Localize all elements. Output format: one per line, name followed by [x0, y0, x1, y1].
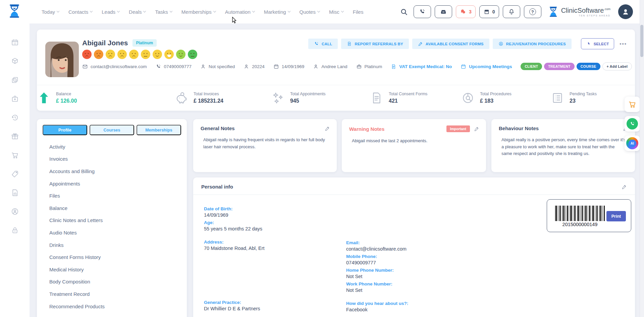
nav-menu-item[interactable]: Leads	[102, 9, 119, 15]
client-label-pill[interactable]: TREATMENT	[544, 63, 575, 70]
contact-item-icon	[356, 64, 362, 69]
nav-menu-item[interactable]: Memberships	[181, 9, 216, 15]
more-actions-button[interactable]: •••	[618, 41, 629, 47]
bell-icon	[508, 8, 515, 15]
mood-emoji-icon[interactable]	[82, 50, 92, 59]
mood-emoji-icon[interactable]	[129, 50, 139, 59]
sidebar-icon-gift-vouchers[interactable]	[11, 132, 19, 141]
sidebar-icon-shop[interactable]	[11, 151, 19, 159]
sidebar-icon-calendar[interactable]	[11, 38, 19, 47]
panel-tab[interactable]: Profile	[43, 125, 87, 135]
store-button[interactable]: 0	[479, 5, 499, 18]
nav-menu-item[interactable]: Automation	[225, 9, 255, 15]
profile-menu-item[interactable]: Audio Notes	[37, 226, 187, 239]
profile-menu-item[interactable]: Body Composition	[37, 276, 187, 288]
floating-call-button[interactable]	[625, 116, 640, 131]
mood-emoji-icon[interactable]	[153, 50, 162, 59]
sidebar-icon-orders[interactable]	[11, 95, 19, 103]
profile-menu-item[interactable]: Medical History	[37, 263, 187, 276]
chat-button[interactable]: 3	[456, 5, 476, 18]
personal-divider	[193, 195, 635, 195]
sidebar-icon-reports[interactable]	[11, 189, 19, 197]
print-barcode-button[interactable]: Print	[606, 211, 626, 221]
sidebar-icon-discounts[interactable]	[11, 170, 19, 178]
stat-value: £ 183	[480, 98, 512, 104]
dialer-button[interactable]	[414, 5, 431, 18]
search-icon[interactable]	[400, 8, 408, 16]
mood-emoji-icon[interactable]	[141, 50, 150, 59]
nav-menu-item[interactable]: Quotes	[300, 9, 320, 15]
add-label-button[interactable]: + Add Label	[602, 62, 632, 70]
contact-summary-item[interactable]: 20224	[244, 64, 265, 69]
profile-menu-item[interactable]: Drinks	[37, 239, 187, 251]
profile-menu-item[interactable]: Balance	[37, 202, 187, 214]
contact-summary-item[interactable]: VAT Exempt Medical: No	[391, 64, 452, 69]
notifications-button[interactable]	[503, 5, 520, 18]
sidebar-icon-products[interactable]	[11, 57, 19, 65]
contact-summary-item[interactable]: Upcoming Meetings	[461, 64, 512, 69]
nav-menu-item[interactable]: Marketing	[264, 9, 290, 15]
call-button[interactable]: CALL	[308, 39, 338, 49]
contact-summary-item[interactable]: 07490009777	[156, 64, 192, 69]
personal-field-label: Age:	[204, 219, 345, 226]
contact-summary-row: contact@clinicsoftware.com 07490009777 N…	[82, 62, 632, 70]
clinicsoftware-brand[interactable]: ClinicSoftware.com TEN STEPS AHEAD	[548, 6, 610, 18]
rejuvenation-procedures-button[interactable]: REJUVENATION PROCEDURES	[493, 39, 572, 49]
mood-emoji-icon[interactable]	[164, 50, 174, 59]
client-label-pill[interactable]: CLIENT	[521, 63, 542, 70]
page-scrollbar[interactable]	[640, 0, 644, 317]
contact-summary-item[interactable]: Platinum	[356, 64, 382, 69]
mood-emoji-icon[interactable]	[117, 50, 127, 59]
profile-menu-item[interactable]: Recommended Products	[37, 300, 187, 313]
available-consent-forms-button[interactable]: AVAILABLE CONSENT FORMS	[412, 39, 489, 49]
profile-menu-item[interactable]: Clinic Notes and Letters	[37, 214, 187, 227]
inbox-button[interactable]	[435, 5, 452, 18]
report-referrals-button[interactable]: REPORT REFERRALS BY	[341, 39, 409, 49]
user-avatar[interactable]	[618, 4, 633, 19]
nav-menu-item[interactable]: Contacts	[68, 9, 92, 15]
contact-item-text: Upcoming Meetings	[469, 64, 512, 69]
profile-menu-item[interactable]: Files	[37, 190, 187, 202]
personal-field: General Practice: Dr Whillier D E & Part…	[204, 299, 345, 312]
scrollbar-thumb[interactable]	[640, 25, 643, 57]
select-button[interactable]: SELECT	[581, 38, 614, 49]
client-photo[interactable]	[45, 42, 79, 77]
panel-tab[interactable]: Memberships	[137, 125, 181, 135]
stat-icon	[370, 91, 384, 105]
profile-menu-item[interactable]: Activity	[37, 141, 187, 153]
contact-summary-item[interactable]: 14/09/1969	[273, 64, 305, 69]
nav-menu-item[interactable]: Deals	[129, 9, 146, 15]
sidebar-icon-duplicates[interactable]	[11, 76, 19, 84]
profile-menu-item[interactable]: Consent Forms History	[37, 251, 187, 263]
profile-menu-item[interactable]: Invoices	[37, 153, 187, 165]
floating-cart-button[interactable]	[625, 97, 640, 112]
personal-field-value: Facebook	[346, 307, 487, 313]
contact-summary-item[interactable]: Not specified	[200, 64, 235, 69]
mood-emoji-icon[interactable]	[176, 50, 185, 59]
edit-pencil-icon[interactable]	[325, 126, 330, 131]
floating-ai-button[interactable]: AI	[625, 136, 640, 151]
edit-pencil-icon[interactable]	[474, 126, 479, 131]
sidebar-icon-history[interactable]	[11, 113, 19, 122]
profile-menu-item[interactable]: Appointments	[37, 177, 187, 190]
edit-pencil-icon[interactable]	[622, 184, 627, 190]
panel-tab[interactable]: Courses	[90, 125, 134, 135]
nav-menu-item[interactable]: Today	[42, 9, 59, 15]
mood-emoji-icon[interactable]	[106, 50, 115, 59]
mood-emoji-icon[interactable]	[94, 50, 103, 59]
client-label-pill[interactable]: COURSE	[577, 63, 600, 70]
action-button-icon	[314, 41, 319, 46]
sidebar-icon-support[interactable]	[11, 207, 19, 216]
nav-menu-item[interactable]: Files	[353, 9, 364, 15]
profile-menu-item[interactable]: Treatment Record	[37, 288, 187, 300]
profile-menu-item[interactable]: Accounts and Billing	[37, 165, 187, 177]
nav-menu-item[interactable]: Tasks	[155, 9, 172, 15]
contact-summary-item[interactable]: contact@clinicsoftware.com	[82, 64, 147, 69]
sidebar-icon-security[interactable]	[11, 226, 19, 234]
help-button[interactable]: ?	[524, 5, 541, 18]
nav-menu-item[interactable]: Misc	[329, 9, 343, 15]
clinicsoftware-logo-icon[interactable]	[8, 3, 21, 20]
mood-emoji-icon[interactable]	[188, 50, 197, 59]
contact-summary-item[interactable]: Andree Land	[313, 64, 347, 69]
contact-item-icon	[200, 64, 206, 69]
